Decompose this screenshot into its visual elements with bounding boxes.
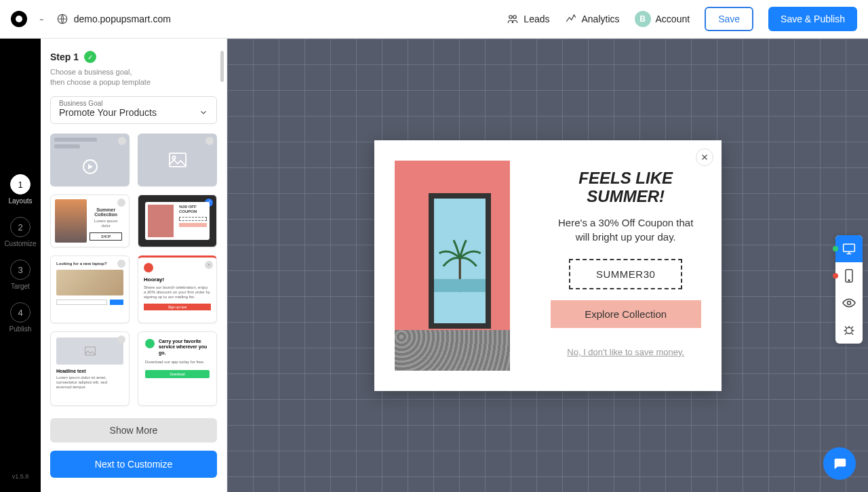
eye-icon: [842, 298, 856, 308]
svg-rect-5: [85, 347, 95, 355]
image-icon: [85, 346, 96, 356]
svg-point-12: [846, 327, 852, 333]
svg-rect-7: [434, 279, 486, 291]
chat-icon: [832, 456, 847, 471]
rail-step-target[interactable]: 3 Target: [10, 260, 31, 290]
template-image[interactable]: [138, 134, 217, 186]
step-rail: 1 Layouts 2 Customize 3 Target 4 Publish…: [0, 39, 41, 492]
image-icon: [168, 152, 187, 167]
leads-link[interactable]: Leads: [507, 13, 549, 25]
device-mobile[interactable]: [835, 262, 863, 289]
desktop-icon: [842, 243, 856, 255]
decline-link[interactable]: No, I don't like to save money.: [567, 347, 684, 357]
close-icon: [701, 153, 709, 161]
rail-step-customize[interactable]: 2 Customize: [4, 217, 36, 247]
svg-point-10: [848, 280, 850, 281]
site-selector[interactable]: demo.popupsmart.com: [56, 13, 171, 25]
step-check-icon: ✓: [84, 51, 96, 63]
rail-step-publish[interactable]: 4 Publish: [9, 302, 32, 333]
debug-button[interactable]: [835, 316, 863, 344]
device-desktop[interactable]: [835, 235, 863, 262]
next-button[interactable]: Next to Customize: [50, 451, 217, 478]
step-title: Step 1: [50, 52, 79, 62]
preview-canvas: FEELS LIKESUMMER! Here's a 30% Off Coupo…: [227, 39, 868, 492]
account-avatar: B: [635, 11, 651, 27]
separator: -: [39, 12, 44, 27]
svg-rect-8: [844, 244, 855, 251]
show-more-button[interactable]: Show More: [50, 418, 217, 443]
rail-step-layouts[interactable]: 1 Layouts: [8, 174, 32, 205]
business-goal-select[interactable]: Business Goal Promote Your Products: [50, 96, 217, 124]
popup-title: FEELS LIKESUMMER!: [578, 169, 673, 206]
app-logo[interactable]: [11, 11, 27, 27]
template-hooray[interactable]: × Hooray! Share our launch celebration, …: [138, 255, 217, 323]
svg-point-2: [513, 16, 517, 19]
account-link[interactable]: B Account: [635, 11, 690, 27]
mobile-icon: [844, 269, 854, 283]
play-icon: [83, 159, 98, 174]
analytics-icon: [565, 13, 577, 25]
preview-button[interactable]: [835, 289, 863, 316]
template-laptop[interactable]: Looking for a new laptop?: [50, 255, 130, 323]
analytics-link[interactable]: Analytics: [565, 13, 620, 25]
site-name: demo.popupsmart.com: [74, 14, 171, 24]
svg-point-4: [172, 156, 175, 159]
popup-description: Here's a 30% Off Coupon that will bright…: [551, 216, 701, 244]
chevron-down-icon: [199, 108, 208, 117]
globe-icon: [56, 13, 68, 25]
device-rail: [835, 235, 863, 344]
template-headline[interactable]: Headline text Lorem ipsum dolor sit amet…: [50, 331, 130, 406]
bug-icon: [843, 324, 855, 336]
popup-image: [374, 140, 530, 391]
coupon-code[interactable]: SUMMER30: [569, 259, 682, 289]
svg-rect-3: [169, 153, 185, 167]
step-subtitle: Choose a business goal,then choose a pop…: [50, 67, 217, 88]
template-summer-collection[interactable]: Summer Collection Lorem ipsum dolor SHOP: [50, 194, 130, 247]
save-publish-button[interactable]: Save & Publish: [768, 7, 857, 31]
palm-illustration: [434, 199, 486, 323]
explore-button[interactable]: Explore Collection: [551, 300, 701, 328]
app-version: v1.5.8: [12, 473, 29, 480]
svg-point-11: [848, 302, 851, 305]
popup-preview[interactable]: FEELS LIKESUMMER! Here's a 30% Off Coupo…: [374, 140, 722, 391]
chat-widget[interactable]: [823, 447, 856, 480]
topbar: - demo.popupsmart.com Leads Analytics B …: [0, 0, 868, 39]
save-button[interactable]: Save: [705, 7, 753, 31]
layouts-panel: Step 1 ✓ Choose a business goal,then cho…: [41, 39, 227, 492]
template-app[interactable]: Carry your favorite service wherever you…: [138, 331, 217, 406]
svg-point-1: [509, 16, 513, 19]
leads-icon: [507, 13, 519, 25]
popup-close-button[interactable]: [696, 148, 713, 166]
template-video[interactable]: [50, 134, 130, 186]
template-summer-coupon[interactable]: ✓ %30 OFF COUPON: [138, 194, 217, 247]
